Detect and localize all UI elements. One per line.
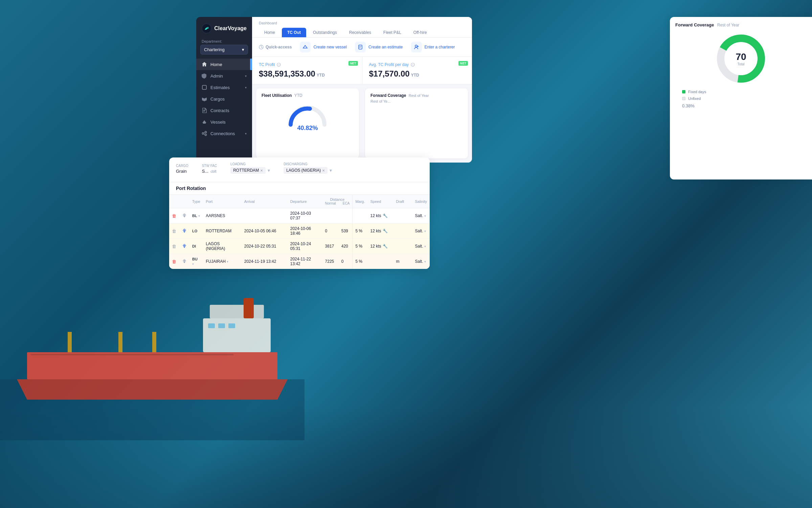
salinity-chevron-icon[interactable]: ▾ xyxy=(424,214,426,218)
salinity-chevron-icon-4[interactable]: ▾ xyxy=(424,260,426,263)
tab-fleet-pl[interactable]: Fleet P&L xyxy=(378,28,407,37)
metrics-row: NET TC Profit ? $38,591,353.00YTD NET Av… xyxy=(252,57,472,84)
sidebar-item-admin-label: Admin xyxy=(210,73,223,79)
donut-percent-value: 70 xyxy=(736,51,746,62)
tab-off-hire[interactable]: Off-hire xyxy=(408,28,432,37)
tab-home[interactable]: Home xyxy=(259,28,280,37)
table-header: Type Port Arrival Departure DistanceNorm… xyxy=(169,195,430,208)
row1-type[interactable]: BL ▾ xyxy=(189,208,203,224)
delete-icon-3[interactable]: 🗑 xyxy=(172,244,176,249)
row2-arrival: 2024-10-05 06:46 xyxy=(242,224,288,239)
row4-speed[interactable] xyxy=(368,254,393,269)
salinity-chevron-icon-2[interactable]: ▾ xyxy=(424,229,426,233)
forward-percent-text: 0.38% xyxy=(682,103,800,108)
row2-salinity[interactable]: Salt. ▾ xyxy=(412,224,430,239)
row3-draft[interactable] xyxy=(393,239,412,254)
row2-draft[interactable] xyxy=(393,224,412,239)
row1-arrival[interactable] xyxy=(242,208,288,224)
table-row: 🗑 DI LAGOS (NIGERIA) 2024-10-22 05:31 20… xyxy=(169,239,430,254)
sidebar-item-admin[interactable]: Admin ▾ xyxy=(196,70,252,82)
sidebar-item-connections[interactable]: Connections ▾ xyxy=(196,128,252,139)
svg-rect-6 xyxy=(152,332,156,352)
home-icon xyxy=(202,62,207,67)
loading-expand-icon[interactable]: ▾ xyxy=(268,168,270,173)
loading-port-remove[interactable]: ✕ xyxy=(260,169,263,172)
create-estimate-action[interactable]: Create an estimate xyxy=(355,42,403,52)
sidebar-item-contracts[interactable]: Contracts xyxy=(196,105,252,116)
salinity-chevron-icon-3[interactable]: ▾ xyxy=(424,245,426,248)
tab-tc-out[interactable]: TC Out xyxy=(282,28,306,37)
delete-icon[interactable]: 🗑 xyxy=(172,213,176,218)
avg-tc-profit-value: $17,570.00YTD xyxy=(369,69,466,79)
row1-speed: 12 kts 🔧 xyxy=(368,208,393,224)
svg-point-22 xyxy=(415,45,417,47)
row1-dist-normal xyxy=(322,208,339,224)
row3-dist-normal: 3817 xyxy=(322,239,339,254)
svg-rect-1 xyxy=(27,352,277,379)
sidebar-item-cargos[interactable]: Cargos xyxy=(196,93,252,105)
fujairah-chevron-icon[interactable]: ▾ xyxy=(227,260,228,263)
wrench-icon[interactable]: 🔧 xyxy=(383,213,388,218)
dashboard-header: Dashboard Home TC Out Outstandings Recei… xyxy=(252,17,472,38)
delete-icon-4[interactable]: 🗑 xyxy=(172,259,176,264)
row4-type[interactable]: BU ▾ xyxy=(189,254,203,269)
port-rotation-table-wrapper: Type Port Arrival Departure DistanceNorm… xyxy=(169,195,430,269)
discharging-port-remove[interactable]: ✕ xyxy=(322,169,325,172)
delete-icon-2[interactable]: 🗑 xyxy=(172,229,176,234)
sidebar-item-vessels[interactable]: Vessels xyxy=(196,116,252,128)
row2-delete[interactable]: 🗑 xyxy=(169,224,179,239)
row3-draft-input[interactable] xyxy=(396,244,410,249)
department-select[interactable]: Chartering ▾ xyxy=(200,45,248,55)
row1-anchor xyxy=(179,208,189,224)
row2-draft-input[interactable] xyxy=(396,229,410,233)
person-add-icon xyxy=(414,44,419,50)
cargo-header: Cargo Grain Stw fac S... cbft Loading RO… xyxy=(169,157,430,182)
table-body: 🗑 BL ▾ AARSNES 202 xyxy=(169,208,430,269)
row3-delete[interactable]: 🗑 xyxy=(169,239,179,254)
type-chevron-icon[interactable]: ▾ xyxy=(198,214,200,218)
cargo-panel: Cargo Grain Stw fac S... cbft Loading RO… xyxy=(169,157,430,269)
legend-unfixed: Unfixed xyxy=(682,97,800,101)
row4-arrival: 2024-11-19 13:42 xyxy=(242,254,288,269)
sidebar-item-estimates[interactable]: Estimates ▾ xyxy=(196,82,252,93)
row1-draft[interactable] xyxy=(393,208,412,224)
sidebar-item-home[interactable]: Home xyxy=(196,59,252,70)
tab-receivables[interactable]: Receivables xyxy=(344,28,377,37)
create-vessel-action[interactable]: Create new vessel xyxy=(300,42,347,52)
row4-delete[interactable]: 🗑 xyxy=(169,254,179,269)
estimate-action-icon-bg xyxy=(355,42,366,52)
row1-salinity[interactable]: Salt. ▾ xyxy=(412,208,430,224)
row1-arrival-input[interactable] xyxy=(244,213,285,218)
wrench-icon-2[interactable]: 🔧 xyxy=(383,229,388,233)
enter-charterer-action[interactable]: Enter a charterer xyxy=(411,42,455,52)
row4-port[interactable]: FUJAIRAH ▾ xyxy=(203,254,242,269)
discharging-column-label: Discharging xyxy=(284,162,332,166)
row1-draft-input[interactable] xyxy=(396,213,410,218)
svg-rect-21 xyxy=(359,45,362,49)
ocean-overlay xyxy=(0,406,812,508)
calculator-icon xyxy=(202,85,207,90)
row1-marg xyxy=(353,208,368,224)
col-draft-header: Draft xyxy=(393,195,412,208)
vessel-add-icon xyxy=(302,44,308,50)
row4-departure: 2024-11-22 13:42 xyxy=(288,254,322,269)
row3-dist-eca: 420 xyxy=(339,239,353,254)
row3-salinity[interactable]: Salt. ▾ xyxy=(412,239,430,254)
discharging-expand-icon[interactable]: ▾ xyxy=(330,168,332,173)
row1-delete[interactable]: 🗑 xyxy=(169,208,179,224)
wrench-icon-3[interactable]: 🔧 xyxy=(383,244,388,249)
tab-bar: Home TC Out Outstandings Receivables Fle… xyxy=(259,28,465,37)
col-arrival-header: Arrival xyxy=(242,195,288,208)
tc-profit-title: TC Profit ? xyxy=(259,62,355,67)
tab-outstandings[interactable]: Outstandings xyxy=(308,28,342,37)
row4-salinity[interactable]: Salt. ▾ xyxy=(412,254,430,269)
bu-chevron-icon[interactable]: ▾ xyxy=(192,262,194,266)
row4-speed-input[interactable] xyxy=(370,259,391,264)
tc-profit-value: $38,591,353.00YTD xyxy=(259,69,355,79)
row2-marg: 5 % xyxy=(353,224,368,239)
tc-profit-badge: NET xyxy=(348,61,358,66)
row1-dist-eca xyxy=(339,208,353,224)
cargo-field: Cargo Grain xyxy=(176,164,188,174)
anchor-icon-2 xyxy=(182,228,187,233)
forward-coverage-panel: Forward Coverage Rest of Year 70 Total F… xyxy=(670,17,812,179)
